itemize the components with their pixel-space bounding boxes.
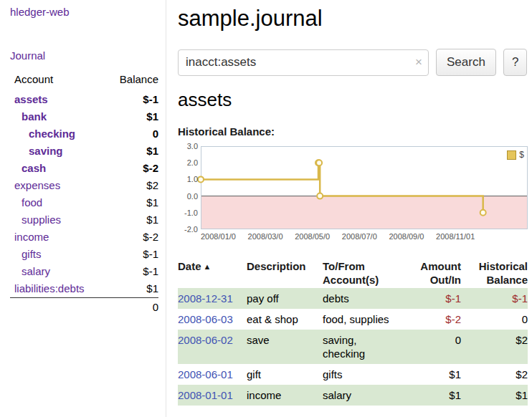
account-row: saving$1 (10, 143, 158, 160)
account-name-cell: gifts (10, 246, 108, 263)
app-title-link[interactable]: hledger-web (10, 6, 70, 18)
account-name-cell: expenses (10, 177, 108, 194)
account-row: bank$1 (10, 108, 158, 125)
balance-chart: $ 3.02.01.00.0-1.0-2.02008/01/02008/03/0… (178, 146, 529, 245)
account-link-saving[interactable]: saving (29, 145, 63, 158)
sort-asc-icon: ▲ (204, 260, 212, 274)
account-row: assets$-1 (10, 91, 158, 108)
date-header-label: Date (178, 260, 201, 272)
y-axis-label: -2.0 (178, 224, 198, 234)
account-link-bank[interactable]: bank (22, 110, 47, 123)
x-axis-label: 2008/05/0 (295, 232, 330, 241)
x-axis-label: 2008/11/01 (436, 232, 475, 241)
account-name-cell: cash (10, 160, 108, 177)
page-title: sample.journal (178, 6, 529, 32)
account-balance: $1 (108, 211, 158, 229)
register-row: 2008-12-31pay offdebts$-1$-1 (178, 288, 528, 309)
transaction-amount: $-1 (394, 288, 461, 309)
transaction-accounts: gifts (323, 364, 394, 385)
transaction-balance: $1 (461, 385, 528, 406)
chart-legend: $ (505, 149, 526, 160)
transaction-accounts: salary (323, 385, 394, 406)
account-name-cell: salary (10, 263, 108, 280)
account-balance: $1 (108, 194, 158, 211)
transaction-description: pay off (247, 288, 323, 309)
account-row: gifts$-1 (10, 246, 158, 263)
account-title: assets (178, 89, 529, 111)
x-axis-label: 2008/07/0 (342, 232, 377, 241)
account-balance: $-1 (108, 91, 158, 108)
accounts-total-row: 0 (10, 298, 158, 315)
search-input[interactable] (178, 49, 429, 76)
transaction-date-link[interactable]: 2008-01-01 (178, 389, 233, 401)
x-axis-label: 2008/09/0 (389, 232, 424, 241)
sidebar-item-journal[interactable]: Journal (10, 49, 45, 62)
transaction-date-link[interactable]: 2008-06-03 (178, 313, 233, 325)
register-row: 2008-06-01giftgifts$1$2 (178, 364, 528, 385)
chart-label: Historical Balance: (178, 125, 529, 138)
transaction-date-link[interactable]: 2008-06-02 (178, 334, 233, 346)
account-link-checking[interactable]: checking (29, 128, 75, 140)
account-row: liabilities:debts$1 (10, 280, 158, 298)
transaction-date-cell: 2008-01-01 (178, 385, 247, 406)
register-header-description: Description (247, 258, 323, 288)
transaction-description: income (247, 385, 323, 406)
account-name-cell: food (10, 194, 108, 211)
transaction-amount: 0 (394, 330, 461, 364)
x-axis-label: 2008/03/0 (248, 232, 283, 241)
transaction-amount: $1 (394, 364, 461, 385)
account-link-income[interactable]: income (14, 231, 49, 244)
transaction-date-cell: 2008-06-01 (178, 364, 247, 385)
transaction-date-cell: 2008-06-03 (178, 309, 247, 330)
account-balance: $-2 (108, 160, 158, 177)
register-header-date[interactable]: Date▲ (178, 258, 247, 288)
account-balance: $1 (108, 108, 158, 125)
transaction-description: eat & shop (247, 309, 323, 330)
transaction-date-cell: 2008-06-02 (178, 330, 247, 364)
account-link-expenses[interactable]: expenses (14, 179, 60, 192)
sidebar: hledger-web Journal Account Balance asse… (0, 0, 166, 417)
legend-label: $ (519, 150, 524, 160)
x-axis-label: 2008/01/0 (201, 232, 236, 241)
account-link-gifts[interactable]: gifts (22, 248, 42, 261)
transaction-balance: $2 (461, 364, 528, 385)
accounts-total-value: 0 (10, 298, 158, 315)
accounts-header-row: Account Balance (10, 73, 158, 91)
account-name-cell: supplies (10, 211, 108, 229)
transaction-balance: $2 (461, 330, 528, 364)
account-balance: $-2 (108, 229, 158, 246)
transaction-date-cell: 2008-12-31 (178, 288, 247, 309)
account-name-cell: checking (10, 125, 108, 143)
y-axis-label: 1.0 (178, 174, 198, 184)
account-link-supplies[interactable]: supplies (22, 214, 61, 226)
account-balance: $-1 (108, 246, 158, 263)
clear-search-icon[interactable]: × (415, 55, 422, 70)
register-header-accounts: To/From Account(s) (323, 258, 394, 288)
accounts-table-body: assets$-1bank$1checking0saving$1cash$-2e… (10, 91, 158, 298)
account-name-cell: liabilities:debts (10, 280, 108, 298)
account-name-cell: bank (10, 108, 108, 125)
account-link-cash[interactable]: cash (22, 162, 46, 175)
register-row: 2008-06-03eat & shopfood, supplies$-20 (178, 309, 528, 330)
transaction-amount: $1 (394, 385, 461, 406)
account-name-cell: income (10, 229, 108, 246)
account-link-liabilities-debts[interactable]: liabilities:debts (14, 282, 85, 295)
transaction-description: save (247, 330, 323, 364)
account-balance: $1 (108, 143, 158, 160)
register-table: Date▲ Description To/From Account(s) Amo… (178, 258, 528, 406)
transaction-date-link[interactable]: 2008-06-01 (178, 368, 233, 380)
register-header-balance: Historical Balance (461, 258, 528, 288)
account-link-food[interactable]: food (22, 196, 42, 209)
register-row: 2008-06-02savesaving, checking0$2 (178, 330, 528, 364)
main-content: sample.journal × Search ? assets Histori… (166, 0, 532, 417)
search-box: × (178, 49, 429, 76)
register-table-body: 2008-12-31pay offdebts$-1$-12008-06-03ea… (178, 288, 528, 406)
register-row: 2008-01-01incomesalary$1$1 (178, 385, 528, 406)
transaction-date-link[interactable]: 2008-12-31 (178, 292, 233, 305)
help-button[interactable]: ? (503, 49, 527, 76)
account-link-salary[interactable]: salary (22, 265, 50, 278)
accounts-header-balance: Balance (108, 73, 158, 91)
account-link-assets[interactable]: assets (14, 93, 48, 106)
search-button[interactable]: Search (436, 49, 496, 76)
account-row: income$-2 (10, 229, 158, 246)
